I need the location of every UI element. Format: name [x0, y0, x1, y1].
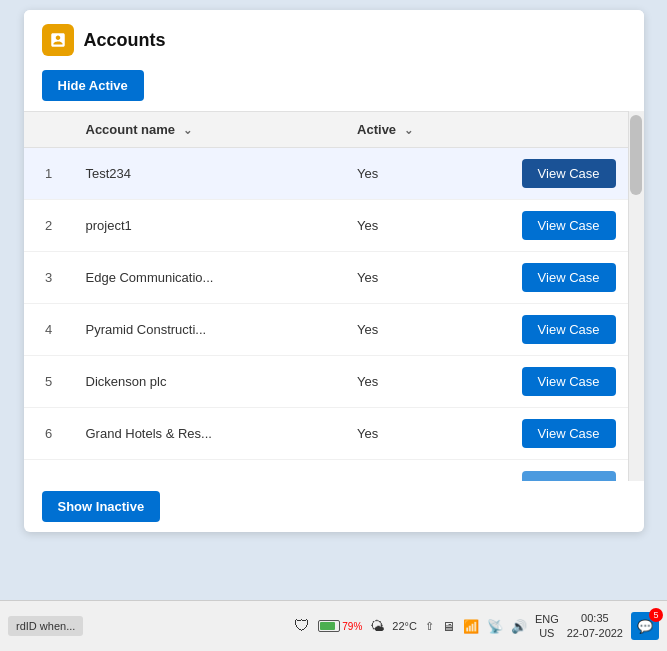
row-action: View Case: [488, 252, 628, 304]
table-row: 3Edge Communicatio...YesView Case: [24, 252, 628, 304]
row-active: Yes: [345, 356, 487, 408]
row-action: View Case: [488, 148, 628, 200]
hide-active-button[interactable]: Hide Active: [42, 70, 144, 101]
sort-name-icon: ⌄: [183, 124, 192, 137]
volume-icon: 🔊: [511, 619, 527, 634]
row-action: View Case: [488, 408, 628, 460]
taskbar-left: rdID when...: [8, 616, 288, 636]
lang: ENG: [535, 612, 559, 626]
scrollbar-thumb[interactable]: [630, 115, 642, 195]
row-action: View Case: [488, 460, 628, 482]
clock-time: 00:35: [567, 611, 623, 626]
accounts-card: Accounts Hide Active Account name ⌄: [24, 10, 644, 532]
row-account-name: Grand Hotels & Res...: [74, 408, 346, 460]
table-row: 4Pyramid Constructi...YesView Case: [24, 304, 628, 356]
accounts-svg-icon: [49, 31, 67, 49]
taskbar-right: 🛡 79% 🌤 22°C ⇧ 🖥 📶 📡 🔊 ENG US 00:35 22-0…: [294, 611, 659, 642]
row-num: 7: [24, 460, 74, 482]
view-case-button[interactable]: View Case: [522, 471, 616, 481]
view-case-button[interactable]: View Case: [522, 419, 616, 448]
system-tray-expand[interactable]: ⇧: [425, 620, 434, 633]
row-active: Yes: [345, 200, 487, 252]
row-active: Yes: [345, 460, 487, 482]
page-title: Accounts: [84, 30, 166, 51]
battery-percent: 79%: [342, 621, 362, 632]
battery-fill: [320, 622, 334, 630]
table-row: 7United Oil & Gas Co...YesView Case: [24, 460, 628, 482]
row-active: Yes: [345, 408, 487, 460]
row-num: 2: [24, 200, 74, 252]
taskbar-app-label[interactable]: rdID when...: [8, 616, 83, 636]
network-icon: 📶: [463, 619, 479, 634]
row-action: View Case: [488, 200, 628, 252]
row-num: 3: [24, 252, 74, 304]
chat-button[interactable]: 💬 5: [631, 612, 659, 640]
row-num: 4: [24, 304, 74, 356]
view-case-button[interactable]: View Case: [522, 367, 616, 396]
view-case-button[interactable]: View Case: [522, 211, 616, 240]
scrollbar-track[interactable]: [628, 111, 644, 481]
view-case-button[interactable]: View Case: [522, 315, 616, 344]
temperature: 22°C: [392, 620, 417, 632]
wifi-icon: 📡: [487, 619, 503, 634]
table-row: 6Grand Hotels & Res...YesView Case: [24, 408, 628, 460]
col-action: [488, 112, 628, 148]
table-row: 2project1YesView Case: [24, 200, 628, 252]
table-header: Account name ⌄ Active ⌄: [24, 112, 628, 148]
chat-badge: 5: [649, 608, 663, 622]
row-active: Yes: [345, 304, 487, 356]
language-region: ENG US: [535, 612, 559, 641]
row-account-name: Edge Communicatio...: [74, 252, 346, 304]
row-num: 6: [24, 408, 74, 460]
battery-indicator: 79%: [318, 620, 362, 632]
table-wrapper: Account name ⌄ Active ⌄ 1Test234YesView …: [24, 111, 644, 481]
table-row: 1Test234YesView Case: [24, 148, 628, 200]
card-header: Accounts: [24, 10, 644, 66]
row-action: View Case: [488, 356, 628, 408]
taskbar-clock[interactable]: 00:35 22-07-2022: [567, 611, 623, 642]
view-case-button[interactable]: View Case: [522, 263, 616, 292]
accounts-table: Account name ⌄ Active ⌄ 1Test234YesView …: [24, 111, 628, 481]
shield-icon: 🛡: [294, 617, 310, 635]
table-scroll-wrapper: Account name ⌄ Active ⌄ 1Test234YesView …: [24, 111, 644, 481]
row-account-name: United Oil & Gas Co...: [74, 460, 346, 482]
table-body: 1Test234YesView Case2project1YesView Cas…: [24, 148, 628, 482]
row-account-name: Test234: [74, 148, 346, 200]
row-active: Yes: [345, 252, 487, 304]
battery-box: [318, 620, 340, 632]
taskbar: rdID when... 🛡 79% 🌤 22°C ⇧ 🖥 📶 📡 🔊 ENG …: [0, 600, 667, 651]
sort-active-icon: ⌄: [404, 124, 413, 137]
display-icon: 🖥: [442, 619, 455, 634]
row-action: View Case: [488, 304, 628, 356]
row-num: 1: [24, 148, 74, 200]
view-case-button[interactable]: View Case: [522, 159, 616, 188]
col-account-name[interactable]: Account name ⌄: [74, 112, 346, 148]
col-active[interactable]: Active ⌄: [345, 112, 487, 148]
col-num: [24, 112, 74, 148]
row-account-name: project1: [74, 200, 346, 252]
row-active: Yes: [345, 148, 487, 200]
row-account-name: Pyramid Constructi...: [74, 304, 346, 356]
accounts-icon: [42, 24, 74, 56]
clock-date: 22-07-2022: [567, 626, 623, 641]
row-num: 5: [24, 356, 74, 408]
show-inactive-button[interactable]: Show Inactive: [42, 491, 161, 522]
weather-icon: 🌤: [370, 618, 384, 634]
region: US: [535, 626, 559, 640]
row-account-name: Dickenson plc: [74, 356, 346, 408]
table-row: 5Dickenson plcYesView Case: [24, 356, 628, 408]
